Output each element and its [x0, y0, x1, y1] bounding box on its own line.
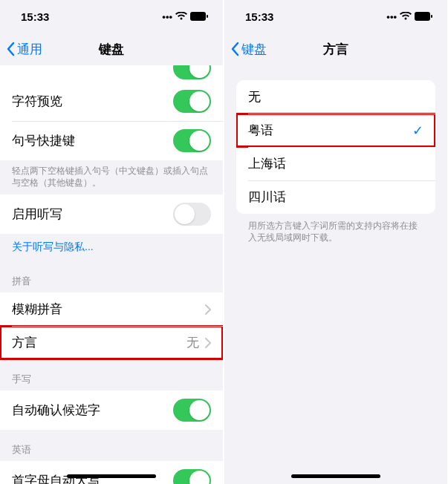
toggle-switch[interactable]: [173, 399, 211, 422]
status-icons: •••: [162, 11, 208, 22]
svg-rect-3: [431, 15, 432, 18]
row-label: 模糊拼音: [12, 301, 62, 318]
status-icons: •••: [386, 11, 432, 22]
option-label: 粤语: [248, 122, 273, 139]
nav-row[interactable]: 方言 无: [0, 326, 223, 359]
option-row[interactable]: 无: [236, 80, 435, 114]
dictation-privacy-link[interactable]: 关于听写与隐私...: [0, 234, 223, 261]
back-label: 键盘: [241, 41, 267, 58]
nav-row[interactable]: 模糊拼音: [0, 292, 223, 326]
toggle-switch[interactable]: [173, 65, 211, 79]
handwriting-row[interactable]: 自动确认候选字: [0, 390, 223, 430]
wifi-icon: [175, 12, 187, 21]
option-row[interactable]: 四川话: [236, 180, 435, 214]
option-row[interactable]: 上海话: [236, 147, 435, 180]
option-label: 上海话: [248, 155, 286, 172]
status-bar: 15:33 •••: [224, 0, 447, 33]
home-indicator[interactable]: [67, 474, 156, 478]
row-label: 句号快捷键: [12, 132, 75, 149]
cellular-icon: •••: [162, 11, 172, 22]
section-header: 拼音: [0, 261, 223, 292]
footer-text: 用所选方言键入字词所需的支持内容将在接入无线局域网时下载。: [224, 214, 447, 249]
svg-rect-2: [415, 12, 430, 21]
row-value: 无: [186, 334, 199, 351]
page-title: 方言: [323, 41, 348, 58]
back-button[interactable]: 通用: [6, 41, 42, 58]
chevron-left-icon: [230, 42, 239, 56]
settings-row[interactable]: 句号快捷键: [0, 121, 223, 160]
row-label: 方言: [12, 334, 37, 351]
section-header: 手写: [0, 359, 223, 390]
nav-bar: 通用 键盘: [0, 33, 223, 65]
chevron-right-icon: [205, 304, 211, 315]
cellular-icon: •••: [386, 11, 397, 22]
row-label: 字符预览: [12, 93, 62, 110]
option-row[interactable]: 粤语 ✓: [236, 114, 435, 147]
battery-icon: [415, 12, 432, 21]
partial-row: [0, 65, 223, 82]
wifi-icon: [400, 12, 412, 21]
page-title: 键盘: [99, 41, 124, 58]
checkmark-icon: ✓: [412, 122, 423, 139]
battery-icon: [190, 12, 208, 21]
svg-rect-0: [190, 12, 206, 21]
settings-row[interactable]: 首字母自动大写: [0, 461, 223, 484]
chevron-left-icon: [6, 42, 15, 56]
row-label: 启用听写: [12, 206, 62, 223]
section-header: 英语: [0, 430, 223, 461]
nav-bar: 键盘 方言: [224, 33, 447, 65]
status-time: 15:33: [21, 10, 49, 23]
home-indicator[interactable]: [291, 474, 380, 478]
toggle-switch[interactable]: [173, 203, 211, 226]
row-label: 自动确认候选字: [12, 402, 100, 419]
option-label: 四川话: [248, 189, 286, 206]
settings-row[interactable]: 字符预览: [0, 82, 223, 121]
toggle-switch[interactable]: [173, 129, 211, 152]
toggle-switch[interactable]: [173, 469, 211, 484]
option-label: 无: [248, 88, 261, 105]
status-time: 15:33: [245, 10, 273, 23]
chevron-right-icon: [205, 338, 211, 348]
back-button[interactable]: 键盘: [230, 41, 267, 58]
status-bar: 15:33 •••: [0, 0, 223, 33]
dictation-row[interactable]: 启用听写: [0, 194, 223, 234]
svg-rect-1: [207, 15, 208, 18]
back-label: 通用: [17, 41, 42, 58]
toggle-switch[interactable]: [173, 90, 211, 113]
footer-text: 轻点两下空格键插入句号（中文键盘）或插入句点与空格（其他键盘）。: [0, 160, 223, 194]
